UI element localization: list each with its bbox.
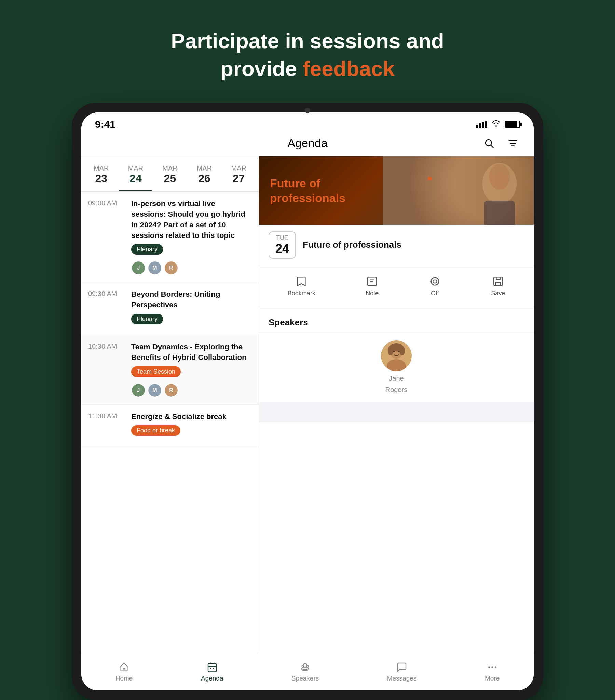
note-label: Note xyxy=(366,290,379,297)
nav-label-agenda: Agenda xyxy=(201,675,224,682)
svg-point-30 xyxy=(494,666,496,668)
action-buttons: Bookmark Note xyxy=(259,266,534,307)
off-button[interactable]: Off xyxy=(422,273,448,300)
svg-rect-8 xyxy=(368,277,377,286)
session-tag-2: Team Session xyxy=(131,366,181,377)
avatar-0-0: J xyxy=(131,261,146,275)
date-tab-0[interactable]: MAR 23 xyxy=(85,162,118,191)
header-plain: provide xyxy=(221,57,303,80)
svg-rect-7 xyxy=(484,201,515,225)
header-line2: provide feedback xyxy=(171,55,444,83)
event-date-badge: TUE 24 xyxy=(268,232,296,259)
main-content: MAR 23 MAR 24 MAR 25 MAR 26 xyxy=(81,156,534,653)
nav-item-more[interactable]: More xyxy=(478,659,506,685)
avatar-2-1: M xyxy=(148,383,162,398)
date-day-1: 24 xyxy=(121,172,150,185)
wifi-icon xyxy=(491,120,501,129)
speaker-name-first: Jane xyxy=(389,375,403,383)
session-time-2: 10:30 AM xyxy=(88,342,126,398)
date-day-0: 23 xyxy=(87,172,116,185)
banner-person xyxy=(383,156,534,225)
header-line1: Participate in sessions and xyxy=(171,27,444,55)
svg-rect-21 xyxy=(208,663,216,672)
session-title-2: Team Dynamics - Exploring the Benefits o… xyxy=(131,342,252,363)
session-details-0: In-person vs virtual live sessions: Shou… xyxy=(131,199,252,275)
tablet-screen: 9:41 xyxy=(81,112,534,690)
date-day-3: 26 xyxy=(190,172,219,185)
speaker-avatars-2: J M R xyxy=(131,383,252,398)
nav-action-icons xyxy=(482,136,520,150)
banner-figure xyxy=(383,156,534,225)
nav-item-messages[interactable]: Messages xyxy=(380,659,424,685)
speakers-header: Speakers xyxy=(259,311,534,332)
nav-label-more: More xyxy=(485,675,500,682)
page-header: Participate in sessions and provide feed… xyxy=(171,27,444,83)
nav-label-messages: Messages xyxy=(387,675,417,682)
svg-point-20 xyxy=(399,346,405,355)
save-button[interactable]: Save xyxy=(484,273,512,300)
banner-text: Future of professionals xyxy=(270,176,346,205)
nav-item-home[interactable]: Home xyxy=(109,659,140,685)
svg-rect-12 xyxy=(494,277,503,286)
bottom-nav: Home Agenda xyxy=(81,653,534,690)
nav-label-speakers: Speakers xyxy=(291,675,319,682)
session-item-3[interactable]: 11:30 AM Energize & Socialize break Food… xyxy=(81,405,259,447)
date-month-3: MAR xyxy=(190,164,219,172)
session-item-1[interactable]: 09:30 AM Beyond Borders: Uniting Perspec… xyxy=(81,282,259,335)
speaker-avatars-0: J M R xyxy=(131,261,252,275)
session-title-0: In-person vs virtual live sessions: Shou… xyxy=(131,199,252,241)
tablet-camera xyxy=(305,108,310,113)
date-tab-4[interactable]: MAR 27 xyxy=(222,162,255,191)
banner-line1: Future of xyxy=(270,176,346,191)
signal-icon xyxy=(476,121,487,128)
status-icons xyxy=(476,120,520,129)
avatar-0-1: M xyxy=(148,261,162,275)
off-label: Off xyxy=(431,290,439,297)
date-tabs: MAR 23 MAR 24 MAR 25 MAR 26 xyxy=(81,156,259,192)
detail-banner: Future of professionals xyxy=(259,156,534,225)
svg-point-19 xyxy=(388,346,393,355)
session-item-0[interactable]: 09:00 AM In-person vs virtual live sessi… xyxy=(81,192,259,282)
status-bar: 9:41 xyxy=(81,112,534,133)
agenda-panel: MAR 23 MAR 24 MAR 25 MAR 26 xyxy=(81,156,259,653)
banner-line2: professionals xyxy=(270,190,346,205)
session-details-1: Beyond Borders: Uniting Perspectives Ple… xyxy=(131,289,252,328)
svg-line-1 xyxy=(491,145,493,147)
svg-point-27 xyxy=(303,663,307,667)
speaker-avatar-img xyxy=(381,340,412,371)
session-details-2: Team Dynamics - Exploring the Benefits o… xyxy=(131,342,252,398)
avatar-2-2: R xyxy=(164,383,178,398)
event-title-text: Future of professionals xyxy=(303,239,401,251)
nav-label-home: Home xyxy=(115,675,133,682)
speaker-avatar xyxy=(381,340,412,371)
status-time: 9:41 xyxy=(95,118,115,130)
bookmark-label: Bookmark xyxy=(288,290,315,297)
speakers-section: Speakers xyxy=(259,311,534,402)
nav-item-agenda[interactable]: Agenda xyxy=(194,659,230,685)
date-tab-2[interactable]: MAR 25 xyxy=(153,162,187,191)
note-button[interactable]: Note xyxy=(359,273,385,300)
session-item-2[interactable]: 10:30 AM Team Dynamics - Exploring the B… xyxy=(81,335,259,405)
session-time-0: 09:00 AM xyxy=(88,199,126,275)
session-tag-3: Food or break xyxy=(131,425,180,436)
date-month-2: MAR xyxy=(155,164,185,172)
date-tab-1[interactable]: MAR 24 xyxy=(119,162,152,191)
session-tag-1: Plenary xyxy=(131,314,163,324)
header-highlight: feedback xyxy=(303,57,394,80)
avatar-2-0: J xyxy=(131,383,146,398)
event-day-num: 24 xyxy=(275,242,289,256)
date-tab-3[interactable]: MAR 26 xyxy=(188,162,221,191)
date-month-0: MAR xyxy=(87,164,116,172)
svg-point-6 xyxy=(489,164,510,190)
session-tag-0: Plenary xyxy=(131,244,163,255)
filter-icon-btn[interactable] xyxy=(506,136,520,150)
nav-item-speakers[interactable]: Speakers xyxy=(285,659,326,685)
session-list: 09:00 AM In-person vs virtual live sessi… xyxy=(81,192,259,653)
search-icon-btn[interactable] xyxy=(482,136,496,150)
svg-point-29 xyxy=(491,666,493,668)
date-day-2: 25 xyxy=(155,172,185,185)
svg-point-28 xyxy=(488,666,490,668)
session-title-1: Beyond Borders: Uniting Perspectives xyxy=(131,289,252,310)
avatar-0-2: R xyxy=(164,261,178,275)
bookmark-button[interactable]: Bookmark xyxy=(281,273,322,300)
